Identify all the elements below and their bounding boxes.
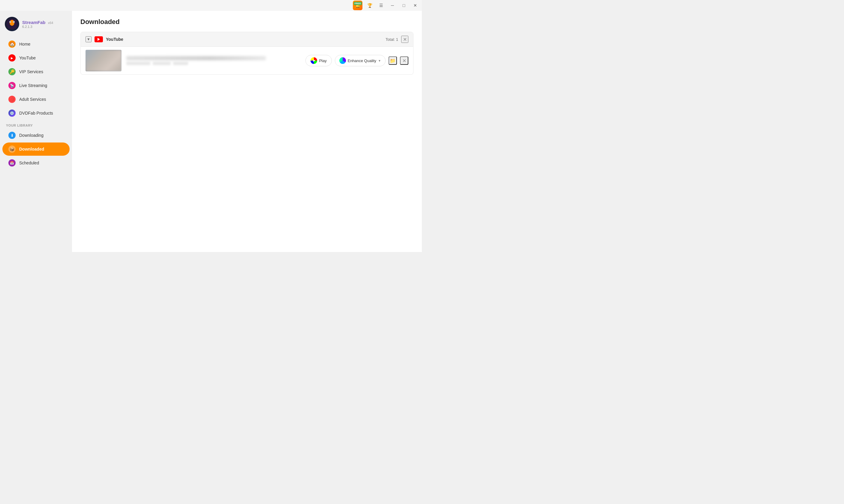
enhance-icon — [339, 57, 346, 64]
video-item: Play Enhance Quality ▼ 📁 ✕ — [81, 47, 413, 74]
enhance-quality-button[interactable]: Enhance Quality ▼ — [335, 55, 385, 66]
sidebar-item-dvd[interactable]: 💿 DVDFab Products — [2, 107, 70, 120]
dvd-icon: 💿 — [8, 109, 16, 117]
downloading-icon: ⬇ — [8, 132, 16, 139]
live-icon: 📡 — [8, 82, 16, 89]
collapse-button[interactable]: ▼ — [86, 36, 91, 42]
video-actions: Play Enhance Quality ▼ 📁 ✕ — [305, 55, 408, 66]
sidebar-label-live: Live Streaming — [19, 83, 47, 88]
play-label: Play — [319, 58, 326, 63]
sidebar-label-home: Home — [19, 42, 30, 47]
maximize-button[interactable]: □ — [400, 1, 408, 10]
app-name: StreamFab x64 — [22, 20, 53, 25]
yt-total-count: Total: 1 — [385, 37, 398, 42]
minimize-button[interactable]: ─ — [388, 1, 397, 10]
sidebar-label-scheduled: Scheduled — [19, 161, 39, 165]
sidebar-item-youtube[interactable]: ▶ YouTube — [2, 51, 70, 65]
app-name-block: StreamFab x64 6.2.1.3 — [22, 20, 53, 29]
yt-section-header: ▼ YouTube Total: 1 ✕ — [81, 32, 413, 47]
free-badge: FREE — [354, 2, 362, 5]
title-bar: 🔔 FREE 🏆 ☰ ─ □ ✕ — [0, 0, 422, 11]
play-button[interactable]: Play — [305, 55, 331, 66]
home-icon: 🏠 — [8, 40, 16, 48]
sidebar-label-dvd: DVDFab Products — [19, 111, 53, 115]
yt-section-close-button[interactable]: ✕ — [401, 36, 408, 43]
video-meta-3 — [173, 61, 188, 65]
enhance-chevron-icon: ▼ — [378, 59, 381, 62]
sidebar-label-adult: Adult Services — [19, 97, 46, 102]
video-title — [126, 56, 266, 60]
youtube-icon: ▶ — [8, 54, 16, 61]
play-icon — [310, 57, 317, 64]
app-logo: StreamFab x64 6.2.1.3 — [0, 14, 72, 37]
sidebar-label-downloaded: Downloaded — [19, 147, 44, 151]
svg-point-1 — [10, 20, 14, 26]
video-meta — [126, 61, 301, 65]
scheduled-icon: 📅 — [8, 159, 16, 166]
folder-button[interactable]: 📁 — [389, 56, 397, 65]
title-bar-icons: 🔔 FREE 🏆 ☰ ─ □ ✕ — [353, 1, 419, 10]
svg-point-4 — [10, 22, 11, 22]
trophy-button[interactable]: 🏆 — [365, 1, 374, 10]
sidebar-label-vip: VIP Services — [19, 69, 43, 74]
delete-button[interactable]: ✕ — [400, 56, 408, 65]
yt-section-title: YouTube — [106, 37, 382, 42]
sidebar-item-scheduled[interactable]: 📅 Scheduled — [2, 156, 70, 169]
page-title: Downloaded — [80, 18, 413, 26]
sidebar: StreamFab x64 6.2.1.3 🏠 Home ▶ YouTube 🔑… — [0, 11, 72, 252]
notification-icon[interactable]: 🔔 FREE — [353, 1, 362, 10]
notification-wrapper: 🔔 FREE — [353, 1, 362, 10]
logo-icon — [5, 17, 19, 31]
sidebar-item-downloaded[interactable]: 📦 Downloaded — [2, 143, 70, 156]
vip-icon: 🔑 — [8, 68, 16, 75]
svg-point-5 — [14, 22, 14, 22]
sidebar-item-vip[interactable]: 🔑 VIP Services — [2, 65, 70, 78]
video-meta-2 — [153, 61, 171, 65]
sidebar-label-youtube: YouTube — [19, 55, 36, 60]
enhance-label: Enhance Quality — [348, 58, 376, 63]
video-info — [126, 56, 301, 65]
downloaded-icon: 📦 — [8, 145, 16, 153]
adult-icon: 🚫 — [8, 96, 16, 103]
video-thumbnail — [86, 50, 122, 71]
sidebar-item-adult[interactable]: 🚫 Adult Services — [2, 93, 70, 106]
menu-button[interactable]: ☰ — [377, 1, 385, 10]
sidebar-item-live[interactable]: 📡 Live Streaming — [2, 79, 70, 92]
app-version: 6.2.1.3 — [22, 25, 53, 29]
main-content: Downloaded ▼ YouTube Total: 1 ✕ — [72, 11, 422, 252]
sidebar-item-downloading[interactable]: ⬇ Downloading — [2, 129, 70, 142]
sidebar-item-home[interactable]: 🏠 Home — [2, 37, 70, 51]
thumbnail-blur — [86, 50, 122, 71]
youtube-section: ▼ YouTube Total: 1 ✕ — [80, 32, 413, 75]
sidebar-label-downloading: Downloading — [19, 133, 43, 138]
library-section-label: YOUR LIBRARY — [0, 120, 72, 128]
app-body: StreamFab x64 6.2.1.3 🏠 Home ▶ YouTube 🔑… — [0, 11, 422, 252]
close-button[interactable]: ✕ — [411, 1, 419, 10]
video-meta-1 — [126, 61, 150, 65]
youtube-logo-icon — [94, 36, 103, 42]
